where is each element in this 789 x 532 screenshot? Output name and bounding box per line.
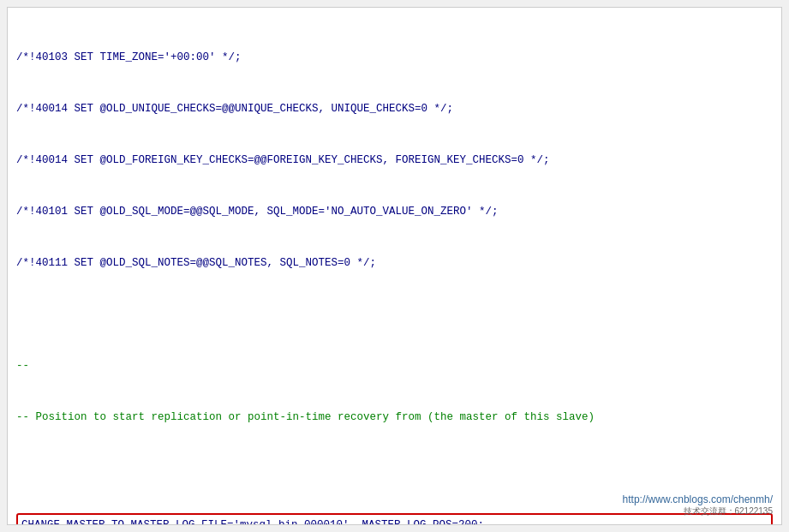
main-container: /*!40103 SET TIME_ZONE='+00:00' */; /*!4…: [7, 7, 782, 525]
code-content: /*!40103 SET TIME_ZONE='+00:00' */; /*!4…: [16, 15, 773, 524]
code-line-2: /*!40014 SET @OLD_UNIQUE_CHECKS=@@UNIQUE…: [16, 100, 773, 117]
code-line-6: [16, 306, 773, 323]
code-line-5: /*!40111 SET @OLD_SQL_NOTES=@@SQL_NOTES,…: [16, 254, 773, 272]
code-line-4: /*!40101 SET @OLD_SQL_MODE=@@SQL_MODE, S…: [16, 203, 773, 220]
code-line-7: --: [16, 357, 773, 374]
watermark: http://www.cnblogs.com/chenmh/ 技术交流群：621…: [623, 493, 773, 517]
code-line-1: /*!40103 SET TIME_ZONE='+00:00' */;: [16, 49, 773, 66]
watermark-url: http://www.cnblogs.com/chenmh/: [623, 493, 773, 505]
code-line-8: -- Position to start replication or poin…: [16, 409, 773, 426]
code-area: /*!40103 SET TIME_ZONE='+00:00' */; /*!4…: [8, 8, 781, 524]
code-line-3: /*!40014 SET @OLD_FOREIGN_KEY_CHECKS=@@F…: [16, 152, 773, 169]
code-line-9: [16, 460, 773, 477]
watermark-code: 技术交流群：62122135: [623, 505, 773, 517]
